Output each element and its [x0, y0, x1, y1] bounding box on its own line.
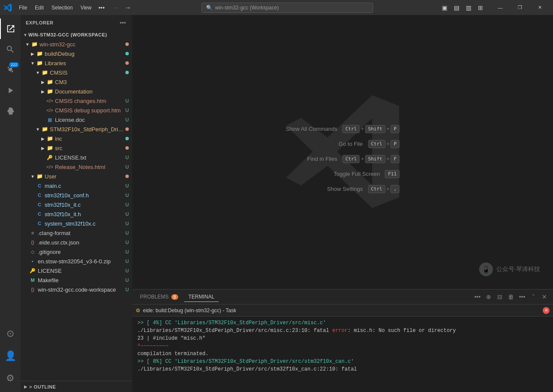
system-c-icon: C [36, 220, 43, 227]
layout-btn-3[interactable]: ▥ [464, 3, 473, 12]
tree-user[interactable]: ▼ 📁 User [21, 172, 132, 181]
activity-explorer[interactable] [0, 18, 21, 39]
tree-root-folder[interactable]: ▼ 📁 win-stm32-gcc [21, 39, 132, 49]
nav-back[interactable]: ← [111, 3, 121, 12]
tree-license[interactable]: 🔑 LICENSE U [21, 266, 132, 275]
doc-folder-icon: 📁 [46, 88, 53, 95]
terminal-more-actions[interactable]: ••• [517, 292, 527, 302]
menu-view[interactable]: View [77, 3, 95, 12]
new-terminal-btn[interactable]: ⊕ [483, 292, 494, 302]
search-text: win-stm32-gcc (Workspace) [215, 5, 279, 11]
activity-search[interactable] [0, 39, 21, 60]
layout-btn-2[interactable]: ▤ [452, 3, 461, 12]
search-bar[interactable]: 🔍 win-stm32-gcc (Workspace) [201, 3, 373, 13]
nav-forward[interactable]: → [123, 3, 133, 12]
tab-terminal[interactable]: TERMINAL [184, 292, 219, 302]
tree-cm3[interactable]: ▶ 📁 CM3 [21, 77, 132, 87]
tree-stm32-driver[interactable]: ▼ 📁 STM32F10x_StdPeriph_Driver [21, 124, 132, 134]
gitignore-label: .gitignore [38, 249, 124, 255]
cmsis-debug-icon: </> [46, 107, 53, 114]
search-bar-container: 🔍 win-stm32-gcc (Workspace) [137, 3, 438, 13]
center-panel: Show All Commands Ctrl + Shift + P Go to… [132, 15, 553, 392]
close-button[interactable]: ✕ [530, 0, 550, 15]
terminal-task-bar: ⚙ eide: build:Debug (win-stm32-gcc) - Ta… [132, 305, 553, 317]
user-label: User [45, 173, 124, 180]
tree-gitignore[interactable]: ◇ .gitignore U [21, 247, 132, 256]
activity-bar: 222 ⊙ 👤 ⚙ [0, 15, 21, 392]
activity-run[interactable] [0, 80, 21, 101]
layout-btn-4[interactable]: ⊞ [476, 3, 485, 12]
cmsis-folder-icon: 📁 [41, 69, 48, 76]
tree-build-debug[interactable]: ▶ 📁 build\Debug [21, 49, 132, 58]
cmd-row-find: Find in Files Ctrl + Shift + F [307, 155, 399, 163]
activity-source-control[interactable]: 222 [0, 60, 21, 80]
split-terminal-btn[interactable]: ⊟ [495, 292, 505, 302]
conf-h-badge: U [125, 193, 129, 198]
layout-btn-1[interactable]: ▣ [440, 3, 449, 12]
tree-eide-json[interactable]: {} .eide.usr.ctx.json U [21, 238, 132, 247]
kill-terminal-btn[interactable]: 🗑 [506, 292, 516, 302]
license-doc-label: License.doc [55, 117, 124, 123]
key-shift-1: Shift [365, 125, 385, 133]
tree-release-notes[interactable]: </> Release_Notes.html U [21, 162, 132, 172]
terminal-maximize[interactable]: ˄ [528, 292, 538, 302]
workspace-header[interactable]: ▼ WIN-STM32-GCC (WORKSPACE) [21, 30, 132, 39]
key-ctrl-1: Ctrl [342, 125, 360, 133]
eide-json-icon: {} [29, 239, 36, 246]
tree-cmsis-changes[interactable]: </> CMSIS changes.htm U [21, 96, 132, 106]
activity-settings[interactable]: ⚙ [0, 368, 21, 389]
tree-conf-h[interactable]: C stm32f10x_conf.h U [21, 190, 132, 200]
outline-section[interactable]: ▶ > OUTLINE [21, 381, 132, 392]
src-folder-icon: 📁 [46, 145, 53, 151]
release-notes-badge: U [125, 164, 129, 169]
license-icon: 🔑 [29, 267, 36, 274]
activity-account[interactable]: 👤 [0, 346, 21, 366]
terminal-content[interactable]: >> [ 4%] CC 'Libraries/STM32F10x_StdPeri… [132, 317, 553, 392]
tree-inc[interactable]: ▶ 📁 inc [21, 134, 132, 143]
sidebar-more-button[interactable]: ••• [118, 18, 127, 27]
activity-remote[interactable]: ⊙ [0, 323, 21, 344]
build-dot [125, 52, 129, 55]
explorer-tree: ▼ WIN-STM32-GCC (WORKSPACE) ▼ 📁 win-stm3… [21, 30, 132, 381]
src-dot [125, 146, 129, 150]
search-icon: 🔍 [206, 5, 213, 11]
tree-code-workspace[interactable]: {} win-stm32-gcc.code-workspace U [21, 285, 132, 294]
menu-more[interactable]: ••• [96, 3, 107, 13]
doc-arrow: ▶ [40, 88, 46, 95]
editor-area: Show All Commands Ctrl + Shift + P Go to… [132, 15, 553, 289]
tree-libraries[interactable]: ▼ 📁 Libraries [21, 58, 132, 68]
tree-system-c[interactable]: C system_stm32f10x.c U [21, 219, 132, 228]
tab-problems[interactable]: PROBLEMS 8 [136, 292, 182, 302]
terminal-more[interactable]: ••• [472, 292, 483, 302]
maximize-button[interactable]: ❐ [510, 0, 530, 15]
tree-main-c[interactable]: C main.c U [21, 181, 132, 190]
task-label: eide: build:Debug (win-stm32-gcc) - Task [143, 308, 540, 314]
tree-makefile[interactable]: M Makefile U [21, 275, 132, 285]
menu-edit[interactable]: Edit [31, 3, 47, 12]
tree-cmsis-debug[interactable]: </> CMSIS debug support.htm U [21, 106, 132, 115]
terminal-line-7: ./Libraries/STM32F10x_StdPeriph_Driver/s… [137, 365, 548, 373]
activity-extensions[interactable] [0, 101, 21, 121]
cmd-row-show-all: Show All Commands Ctrl + Shift + P [286, 125, 399, 133]
task-close-btn[interactable]: ✕ [543, 307, 550, 314]
menu-file[interactable]: File [15, 3, 30, 12]
tree-license-doc[interactable]: ▦ License.doc U [21, 115, 132, 124]
tree-src[interactable]: ▶ 📁 src [21, 143, 132, 153]
tree-license-txt[interactable]: 🔑 LICENSE.txt U [21, 153, 132, 162]
root-arrow: ▼ [24, 41, 31, 48]
menu-selection[interactable]: Selection [48, 3, 76, 12]
command-overlay: Show All Commands Ctrl + Shift + P Go to… [286, 125, 399, 193]
eide-json-badge: U [125, 240, 129, 245]
tree-zip[interactable]: ▪ en.stsw-stm32054_v3-6-0.zip U [21, 256, 132, 266]
tree-documentation[interactable]: ▶ 📁 Documentation [21, 87, 132, 96]
nav-arrows: ← → [109, 3, 135, 12]
cmd-fullscreen-keys: F11 [385, 170, 400, 178]
zip-icon: ▪ [29, 258, 36, 265]
minimize-button[interactable]: — [490, 0, 510, 15]
tree-cmsis[interactable]: ▼ 📁 CMSIS [21, 68, 132, 77]
tree-it-c[interactable]: C stm32f10x_it.c U [21, 200, 132, 209]
terminal-close[interactable]: ✕ [539, 292, 550, 302]
tree-it-h[interactable]: C stm32f10x_it.h U [21, 209, 132, 219]
tree-clang-format[interactable]: ≡ .clang-format U [21, 228, 132, 238]
key-ctrl-3: Ctrl [342, 155, 360, 163]
